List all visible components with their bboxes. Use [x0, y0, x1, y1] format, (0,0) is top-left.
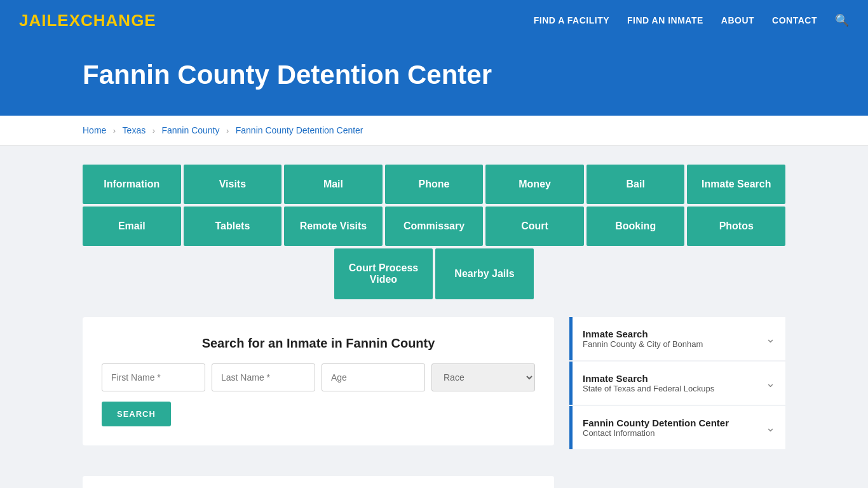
btn-row-2: Email Tablets Remote Visits Commissary C… [83, 207, 785, 246]
last-name-input[interactable] [212, 363, 315, 391]
sidebar-item-state-search[interactable]: Inmate Search State of Texas and Federal… [569, 362, 785, 405]
chevron-down-icon-2: ⌄ [766, 421, 775, 435]
breadcrumb-sep-1: › [113, 126, 116, 135]
btn-row-1: Information Visits Mail Phone Money Bail… [83, 165, 785, 204]
btn-row-3: Court Process Video Nearby Jails [83, 248, 785, 299]
sidebar: Inmate Search Fannin County & City of Bo… [569, 317, 785, 451]
sidebar-item-contact[interactable]: Fannin County Detention Center Contact I… [569, 406, 785, 449]
sidebar-subtitle-1: State of Texas and Federal Lockups [583, 384, 714, 393]
btn-court[interactable]: Court [485, 207, 584, 246]
search-button[interactable]: SEARCH [102, 402, 171, 426]
info-section: Fannin County Detention Center Informati… [83, 476, 554, 488]
sidebar-title-0: Inmate Search [583, 329, 703, 339]
search-icon[interactable]: 🔍 [835, 13, 849, 27]
search-fields: Race [102, 363, 535, 391]
page-title: Fannin County Detention Center [83, 60, 849, 90]
btn-mail[interactable]: Mail [284, 165, 383, 204]
site-logo[interactable]: JAILEXCHANGE [19, 11, 156, 30]
breadcrumb-sep-2: › [153, 126, 155, 135]
breadcrumb-sep-3: › [226, 126, 229, 135]
lower-section: Search for an Inmate in Fannin County Ra… [83, 317, 785, 488]
breadcrumb-county[interactable]: Fannin County [161, 125, 219, 135]
nav-links: FIND A FACILITY FIND AN INMATE ABOUT CON… [534, 13, 849, 27]
sidebar-subtitle-0: Fannin County & City of Bonham [583, 339, 703, 349]
category-buttons: Information Visits Mail Phone Money Bail… [83, 165, 785, 299]
race-select[interactable]: Race [431, 363, 535, 391]
breadcrumb-texas[interactable]: Texas [123, 125, 146, 135]
first-name-input[interactable] [102, 363, 205, 391]
sidebar-title-2: Fannin County Detention Center [583, 417, 729, 428]
navbar: JAILEXCHANGE FIND A FACILITY FIND AN INM… [0, 0, 868, 41]
logo-exchange-rest: XCHANGE [69, 11, 156, 30]
btn-commissary[interactable]: Commissary [385, 207, 484, 246]
breadcrumb: Home › Texas › Fannin County › Fannin Co… [0, 116, 868, 146]
age-input[interactable] [322, 363, 425, 391]
btn-money[interactable]: Money [485, 165, 584, 204]
sidebar-subtitle-2: Contact Information [583, 428, 729, 438]
chevron-down-icon-0: ⌄ [766, 332, 775, 346]
btn-nearby-jails[interactable]: Nearby Jails [435, 248, 534, 299]
sidebar-title-1: Inmate Search [583, 373, 714, 384]
nav-find-inmate[interactable]: FIND AN INMATE [627, 15, 703, 25]
search-title: Search for an Inmate in Fannin County [102, 336, 535, 351]
logo-exchange-x: E [57, 11, 69, 30]
breadcrumb-current: Fannin County Detention Center [236, 125, 363, 135]
btn-information[interactable]: Information [83, 165, 181, 204]
btn-remote-visits[interactable]: Remote Visits [284, 207, 383, 246]
hero-section: Fannin County Detention Center [0, 41, 868, 116]
sidebar-item-county-search[interactable]: Inmate Search Fannin County & City of Bo… [569, 317, 785, 360]
chevron-down-icon-1: ⌄ [766, 376, 775, 390]
breadcrumb-home[interactable]: Home [83, 125, 106, 135]
left-column: Search for an Inmate in Fannin County Ra… [83, 317, 554, 488]
inmate-search-form: Search for an Inmate in Fannin County Ra… [83, 317, 554, 445]
main-content: Information Visits Mail Phone Money Bail… [0, 146, 868, 488]
btn-visits[interactable]: Visits [184, 165, 282, 204]
btn-phone[interactable]: Phone [385, 165, 484, 204]
btn-email[interactable]: Email [83, 207, 181, 246]
btn-tablets[interactable]: Tablets [184, 207, 282, 246]
logo-jail: JAIL [19, 11, 57, 30]
nav-contact[interactable]: CONTACT [772, 15, 817, 25]
btn-booking[interactable]: Booking [587, 207, 685, 246]
btn-photos[interactable]: Photos [687, 207, 785, 246]
nav-about[interactable]: ABOUT [721, 15, 754, 25]
btn-inmate-search[interactable]: Inmate Search [687, 165, 785, 204]
btn-bail[interactable]: Bail [587, 165, 685, 204]
btn-court-process-video[interactable]: Court Process Video [334, 248, 433, 299]
nav-find-facility[interactable]: FIND A FACILITY [534, 15, 609, 25]
